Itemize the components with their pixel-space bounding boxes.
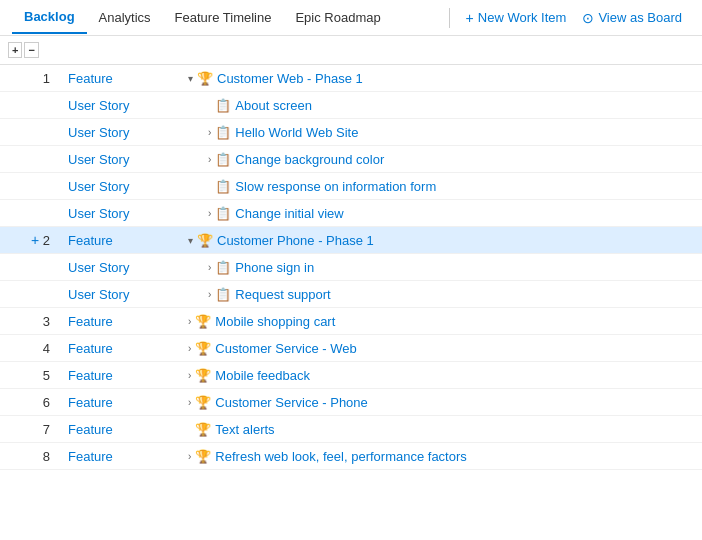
title-header (180, 36, 702, 65)
expand-icon[interactable]: › (208, 208, 211, 219)
expand-icon[interactable]: › (208, 262, 211, 273)
order-cell (0, 173, 60, 200)
action-label: View as Board (598, 10, 682, 25)
feature-icon: 🏆 (197, 71, 213, 86)
expand-icon[interactable]: › (188, 397, 191, 408)
title-text[interactable]: Customer Service - Phone (215, 395, 367, 410)
title-text[interactable]: Hello World Web Site (235, 125, 358, 140)
title-text[interactable]: Customer Phone - Phase 1 (217, 233, 374, 248)
expand-icon[interactable]: › (188, 343, 191, 354)
title-cell: ›📋Request support (180, 281, 702, 308)
story-icon: 📋 (215, 179, 231, 194)
order-value: 5 (43, 368, 50, 383)
table-row: User Story›📋About screen (0, 92, 702, 119)
table-row: User Story›📋Phone sign in (0, 254, 702, 281)
nav-tab-analytics[interactable]: Analytics (87, 2, 163, 33)
work-item-type: Feature (68, 71, 113, 86)
feature-icon: 🏆 (195, 368, 211, 383)
title-text[interactable]: Customer Service - Web (215, 341, 356, 356)
story-icon: 📋 (215, 287, 231, 302)
title-cell: ›📋About screen (180, 92, 702, 119)
title-text[interactable]: Request support (235, 287, 330, 302)
order-cell (0, 146, 60, 173)
title-text[interactable]: Slow response on information form (235, 179, 436, 194)
order-cell: 4 (0, 335, 60, 362)
title-text[interactable]: About screen (235, 98, 312, 113)
table-row: User Story›📋Change background color (0, 146, 702, 173)
order-value: 6 (43, 395, 50, 410)
order-value: 8 (43, 449, 50, 464)
work-item-type: User Story (68, 152, 129, 167)
nav-action-new-work-item[interactable]: +New Work Item (458, 6, 575, 30)
type-cell: Feature (60, 65, 180, 92)
table-row: 3Feature›🏆Mobile shopping cart (0, 308, 702, 335)
type-cell: User Story (60, 254, 180, 281)
title-text[interactable]: Refresh web look, feel, performance fact… (215, 449, 466, 464)
title-text[interactable]: Mobile feedback (215, 368, 310, 383)
backlog-table: + − 1Feature▾🏆Customer Web - Phase 1User… (0, 36, 702, 470)
type-cell: User Story (60, 173, 180, 200)
expand-icon[interactable]: ▾ (188, 235, 193, 246)
title-cell: ›📋Phone sign in (180, 254, 702, 281)
feature-icon: 🏆 (195, 422, 211, 437)
expand-icon[interactable]: › (208, 154, 211, 165)
order-cell (0, 200, 60, 227)
nav-separator (449, 8, 450, 28)
work-item-type: Feature (68, 368, 113, 383)
expand-icon[interactable]: › (208, 289, 211, 300)
work-item-type: User Story (68, 179, 129, 194)
table-row: User Story›📋Request support (0, 281, 702, 308)
type-cell: Feature (60, 416, 180, 443)
order-value: 2 (43, 233, 50, 248)
nav-tab-backlog[interactable]: Backlog (12, 1, 87, 34)
work-item-type: Feature (68, 233, 113, 248)
title-text[interactable]: Change initial view (235, 206, 343, 221)
expand-icon[interactable]: ▾ (188, 73, 193, 84)
story-icon: 📋 (215, 98, 231, 113)
expand-icon[interactable]: › (188, 316, 191, 327)
order-value: 3 (43, 314, 50, 329)
type-cell: User Story (60, 281, 180, 308)
table-row: 8Feature›🏆Refresh web look, feel, perfor… (0, 443, 702, 470)
table-row: User Story›📋Hello World Web Site (0, 119, 702, 146)
order-cell: 3 (0, 308, 60, 335)
type-cell: Feature (60, 308, 180, 335)
table-row: 5Feature›🏆Mobile feedback (0, 362, 702, 389)
work-item-type: Feature (68, 395, 113, 410)
feature-icon: 🏆 (195, 395, 211, 410)
nav-tab-feature-timeline[interactable]: Feature Timeline (163, 2, 284, 33)
title-cell: ›🏆Text alerts (180, 416, 702, 443)
expand-icon[interactable]: › (188, 451, 191, 462)
add-row-btn[interactable]: + (31, 232, 39, 248)
title-cell: ›📋Change initial view (180, 200, 702, 227)
story-icon: 📋 (215, 260, 231, 275)
type-cell: User Story (60, 119, 180, 146)
work-item-type: User Story (68, 125, 129, 140)
type-cell: Feature (60, 227, 180, 254)
header-controls: + − (0, 36, 60, 65)
work-item-type: Feature (68, 341, 113, 356)
work-item-type: User Story (68, 98, 129, 113)
type-cell: User Story (60, 92, 180, 119)
order-cell: 7 (0, 416, 60, 443)
table-row: 1Feature▾🏆Customer Web - Phase 1 (0, 65, 702, 92)
title-cell: ›🏆Refresh web look, feel, performance fa… (180, 443, 702, 470)
title-text[interactable]: Mobile shopping cart (215, 314, 335, 329)
title-text[interactable]: Phone sign in (235, 260, 314, 275)
nav-action-view-as-board[interactable]: ⊙View as Board (574, 6, 690, 30)
expand-all-icon[interactable]: + (8, 42, 22, 58)
title-text[interactable]: Change background color (235, 152, 384, 167)
work-item-type: User Story (68, 206, 129, 221)
expand-icon[interactable]: › (208, 127, 211, 138)
title-cell: ›🏆Mobile feedback (180, 362, 702, 389)
story-icon: 📋 (215, 152, 231, 167)
nav-tab-epic-roadmap[interactable]: Epic Roadmap (283, 2, 392, 33)
expand-icon[interactable]: › (188, 370, 191, 381)
order-cell (0, 119, 60, 146)
title-text[interactable]: Text alerts (215, 422, 274, 437)
feature-icon: 🏆 (195, 314, 211, 329)
order-cell: 5 (0, 362, 60, 389)
order-cell: 1 (0, 65, 60, 92)
title-text[interactable]: Customer Web - Phase 1 (217, 71, 363, 86)
collapse-all-icon[interactable]: − (24, 42, 38, 58)
